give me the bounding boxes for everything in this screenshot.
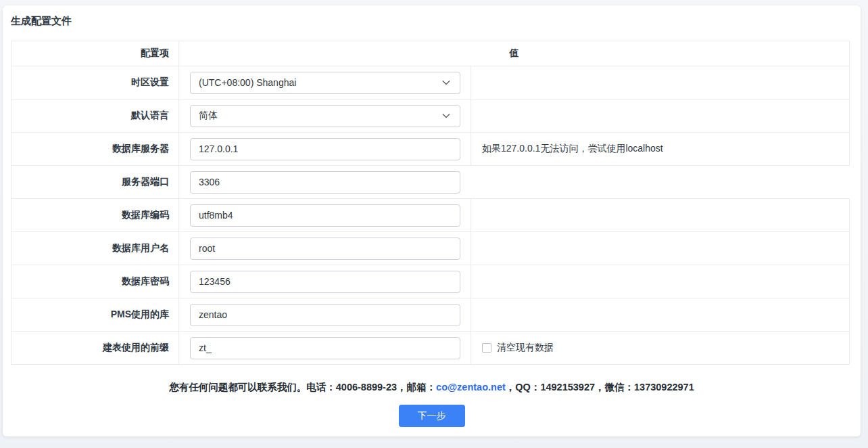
- contact-info: 您有任何问题都可以联系我们。电话：4006-8899-23，邮箱：co@zent…: [3, 381, 861, 394]
- config-label: PMS使用的库: [11, 298, 179, 332]
- chevron-down-icon: [442, 80, 450, 85]
- config-card: 生成配置文件 配置项 值 时区设置 (UTC+08:00) Shanghai 默…: [3, 5, 861, 436]
- config-value-cell: [179, 332, 471, 365]
- config-side-cell: 清空现有数据: [471, 332, 850, 365]
- input-db-encoding[interactable]: [190, 204, 460, 227]
- config-label: 数据库编码: [11, 199, 179, 232]
- next-step-button[interactable]: 下一步: [399, 405, 465, 427]
- config-label: 时区设置: [11, 66, 179, 99]
- checkbox-input[interactable]: [482, 343, 491, 353]
- config-side-cell: [471, 232, 850, 265]
- table-row-db-host: 数据库服务器 如果127.0.0.1无法访问，尝试使用localhost: [11, 133, 850, 166]
- table-row-db-port: 服务器端口: [11, 166, 850, 199]
- select-value: 简体: [199, 110, 218, 122]
- input-db-port[interactable]: [190, 171, 460, 194]
- input-db-host[interactable]: [190, 138, 460, 160]
- clear-data-checkbox[interactable]: 清空现有数据: [482, 342, 554, 354]
- input-db-password[interactable]: [190, 271, 460, 293]
- config-table: 配置项 值 时区设置 (UTC+08:00) Shanghai 默认语言 简体: [11, 41, 850, 365]
- contact-text-prefix: 您有任何问题都可以联系我们。电话：4006-8899-23，邮箱：: [169, 382, 436, 393]
- chevron-down-icon: [442, 113, 450, 118]
- config-value-cell: [179, 265, 471, 298]
- table-row-db-user: 数据库用户名: [11, 232, 850, 265]
- contact-text-suffix: ，QQ：1492153927，微信：13730922971: [506, 382, 694, 393]
- config-value-cell: [179, 232, 471, 265]
- config-label: 默认语言: [11, 99, 179, 133]
- table-row-timezone: 时区设置 (UTC+08:00) Shanghai: [11, 66, 850, 99]
- config-value-cell: [179, 133, 471, 166]
- config-value-cell: 简体: [179, 99, 471, 133]
- table-row-table-prefix: 建表使用的前缀 清空现有数据: [11, 332, 850, 365]
- config-value-cell: [179, 166, 471, 199]
- config-side-cell: [471, 265, 850, 298]
- select-value: (UTC+08:00) Shanghai: [199, 77, 296, 88]
- config-value-cell: [179, 298, 471, 332]
- config-side-cell: 如果127.0.0.1无法访问，尝试使用localhost: [471, 133, 850, 166]
- config-value-cell: (UTC+08:00) Shanghai: [179, 66, 471, 99]
- config-side-cell: [471, 298, 850, 332]
- input-table-prefix[interactable]: [190, 337, 460, 359]
- table-header-row: 配置项 值: [11, 41, 850, 66]
- header-config-value: 值: [179, 41, 850, 66]
- hint-text: 如果127.0.0.1无法访问，尝试使用localhost: [482, 143, 663, 154]
- config-side-cell: [471, 99, 850, 133]
- table-row-db-password: 数据库密码: [11, 265, 850, 298]
- select-language[interactable]: 简体: [190, 105, 460, 127]
- config-label: 服务器端口: [11, 166, 179, 199]
- checkbox-label: 清空现有数据: [497, 342, 554, 354]
- select-timezone[interactable]: (UTC+08:00) Shanghai: [190, 72, 460, 94]
- config-label: 数据库用户名: [11, 232, 179, 265]
- page-title: 生成配置文件: [11, 15, 72, 28]
- config-label: 建表使用的前缀: [11, 332, 179, 365]
- table-row-language: 默认语言 简体: [11, 99, 850, 133]
- config-side-cell: [471, 199, 850, 232]
- input-db-user[interactable]: [190, 238, 460, 260]
- config-side-cell: [471, 166, 850, 199]
- config-side-cell: [471, 66, 850, 99]
- email-link[interactable]: co@zentao.net: [436, 382, 506, 393]
- table-row-db-encoding: 数据库编码: [11, 199, 850, 232]
- config-label: 数据库服务器: [11, 133, 179, 166]
- config-value-cell: [179, 199, 471, 232]
- input-db-name[interactable]: [190, 304, 460, 326]
- config-label: 数据库密码: [11, 265, 179, 298]
- table-row-db-name: PMS使用的库: [11, 298, 850, 332]
- header-config-item: 配置项: [11, 41, 179, 66]
